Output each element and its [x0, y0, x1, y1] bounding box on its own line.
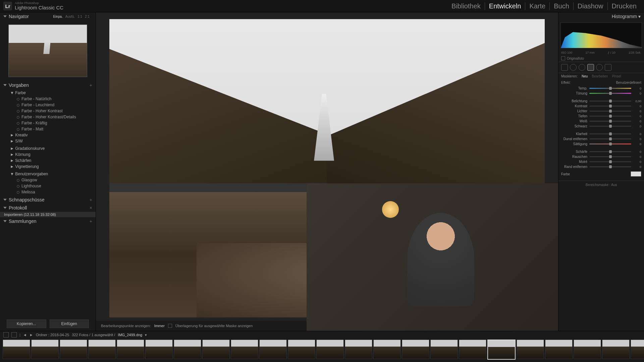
slider-rand entfernen[interactable] — [589, 166, 631, 167]
slider-value[interactable]: 0 — [631, 150, 641, 154]
slider-value[interactable]: 0 — [631, 137, 641, 141]
slider-value[interactable]: 0 — [631, 110, 641, 113]
original-checkbox[interactable] — [561, 56, 565, 60]
preset-group[interactable]: ► Kreativ — [0, 132, 96, 138]
slider-sättigung[interactable] — [589, 143, 631, 144]
crop-tool-icon[interactable] — [561, 64, 568, 71]
preset-item[interactable]: Farbe - Natürlich — [0, 96, 96, 102]
next-photo-icon[interactable]: ► — [30, 333, 33, 337]
filmstrip-thumb[interactable] — [631, 340, 644, 359]
histogram-header[interactable]: Histogramm ▾ — [558, 12, 644, 20]
slider-value[interactable]: 0,00 — [631, 100, 641, 103]
radial-tool-icon[interactable] — [596, 64, 603, 71]
slider-value[interactable]: 0 — [631, 120, 641, 123]
filmstrip-thumb[interactable] — [31, 340, 59, 359]
slider-value[interactable]: 0 — [631, 125, 641, 128]
color-swatch[interactable] — [631, 171, 641, 177]
preset-group[interactable]: ► Gradationskurve — [0, 145, 96, 152]
histogram[interactable] — [560, 22, 642, 48]
history-item[interactable]: Importieren (12.11.18 15:32:08) — [0, 212, 96, 217]
preset-group[interactable]: ► S/W — [0, 138, 96, 144]
mask-new[interactable]: Neu — [582, 74, 588, 78]
filmstrip-thumb[interactable] — [345, 340, 372, 359]
slider-belichtung[interactable] — [589, 101, 631, 102]
module-diashow[interactable]: Diashow — [574, 2, 608, 10]
slider-schwarz[interactable] — [589, 126, 631, 127]
preset-item[interactable]: Melissa — [0, 189, 96, 195]
filmstrip-thumb[interactable] — [517, 340, 544, 359]
redeye-tool-icon[interactable] — [579, 64, 585, 71]
presets-header[interactable]: Vorgaben+ — [0, 81, 96, 89]
filmstrip-thumb[interactable] — [602, 340, 630, 359]
add-collection-icon[interactable]: + — [90, 219, 92, 224]
filmstrip-thumb[interactable] — [259, 340, 287, 359]
filmstrip-thumb[interactable] — [88, 340, 116, 359]
slider-schärfe[interactable] — [589, 151, 631, 152]
filename-dropdown-icon[interactable]: ▾ — [145, 333, 147, 337]
filmstrip-thumb[interactable] — [574, 340, 601, 359]
nav-zoom-0[interactable]: Einpa. — [53, 15, 62, 18]
slider-dunst entfernen[interactable] — [589, 138, 631, 139]
slider-value[interactable]: 0 — [631, 92, 641, 95]
preset-group[interactable]: ▼ Benutzervorgaben — [0, 171, 96, 177]
slider-value[interactable]: 0 — [631, 87, 641, 90]
nav-zoom-1[interactable]: Ausfü. — [65, 15, 75, 18]
slider-kontrast[interactable] — [589, 106, 631, 107]
slider-value[interactable]: 0 — [631, 105, 641, 108]
preset-item[interactable]: Farbe - Hoher Kontrast — [0, 108, 96, 114]
slider-moiré[interactable] — [589, 161, 631, 162]
filmstrip-thumb[interactable] — [487, 340, 516, 360]
preset-item[interactable]: Farbe - Leuchtend — [0, 102, 96, 108]
preset-group[interactable]: ► Körnung — [0, 152, 96, 158]
module-karte[interactable]: Karte — [525, 2, 550, 10]
overlay-checkbox[interactable] — [168, 324, 172, 328]
slider-value[interactable]: 0 — [631, 165, 641, 169]
slider-klarheit[interactable] — [589, 133, 631, 134]
filmstrip-thumb[interactable] — [174, 340, 201, 359]
brush-tool-icon[interactable] — [605, 64, 611, 71]
folder-path[interactable]: Ordner : 2018-04-25 — [36, 333, 69, 337]
spot-tool-icon[interactable] — [570, 64, 577, 71]
mask-edit[interactable]: Bearbeiten — [592, 74, 608, 78]
preset-item[interactable]: Lighthouse — [0, 183, 96, 189]
add-snapshot-icon[interactable]: + — [90, 197, 92, 202]
filmstrip-thumb[interactable] — [145, 340, 173, 359]
snapshots-header[interactable]: Schnappschüsse+ — [0, 196, 96, 204]
grid-view-icon[interactable] — [3, 332, 9, 338]
preset-item[interactable]: Farbe - Kräftig — [0, 120, 96, 126]
filmstrip-thumb[interactable] — [373, 340, 401, 359]
preset-item[interactable]: Glasgow — [0, 177, 96, 183]
nav-zoom-3[interactable]: 2:1 — [85, 15, 90, 18]
preset-item[interactable]: Farbe - Matt — [0, 126, 96, 132]
prev-photo-icon[interactable]: ◄ — [23, 333, 27, 337]
slider-value[interactable]: 0 — [631, 132, 641, 136]
preset-item[interactable]: Farbe - Hoher Kontrast/Details — [0, 114, 96, 120]
slider-lichter[interactable] — [589, 111, 631, 112]
slider-rauschen[interactable] — [589, 156, 631, 157]
module-entwickeln[interactable]: Entwickeln — [485, 2, 526, 10]
slider-value[interactable]: 0 — [631, 142, 641, 146]
filmstrip-thumb[interactable] — [459, 340, 486, 359]
filmstrip-thumb[interactable] — [316, 340, 344, 359]
slider-value[interactable]: 0 — [631, 155, 641, 159]
history-header[interactable]: Protokoll× — [0, 204, 96, 212]
paste-button[interactable]: Einfügen — [50, 319, 89, 328]
clear-history-icon[interactable]: × — [90, 205, 92, 210]
filmstrip-thumb[interactable] — [430, 340, 458, 359]
effect-value[interactable]: Benutzerdefiniert — [616, 81, 641, 84]
filmstrip-thumb[interactable] — [402, 340, 429, 359]
module-drucken[interactable]: Drucken — [608, 2, 641, 10]
slider-temp.[interactable] — [589, 88, 631, 89]
gradient-tool-icon[interactable] — [587, 64, 594, 71]
collections-header[interactable]: Sammlungen+ — [0, 217, 96, 225]
filmstrip-thumb[interactable] — [545, 340, 573, 359]
preset-group[interactable]: ▼ Farbe — [0, 90, 96, 96]
filmstrip-thumb[interactable] — [202, 340, 230, 359]
slider-tönung[interactable] — [589, 93, 631, 94]
secondary-display-icon[interactable] — [11, 332, 17, 338]
navigator-header[interactable]: Navigator Einpa.Ausfü.1:12:1 — [0, 12, 96, 20]
module-buch[interactable]: Buch — [550, 2, 574, 10]
filmstrip-thumb[interactable] — [3, 340, 30, 359]
preset-group[interactable]: ► Schärfen — [0, 158, 96, 164]
edit-points-mode[interactable]: Immer — [154, 324, 165, 328]
